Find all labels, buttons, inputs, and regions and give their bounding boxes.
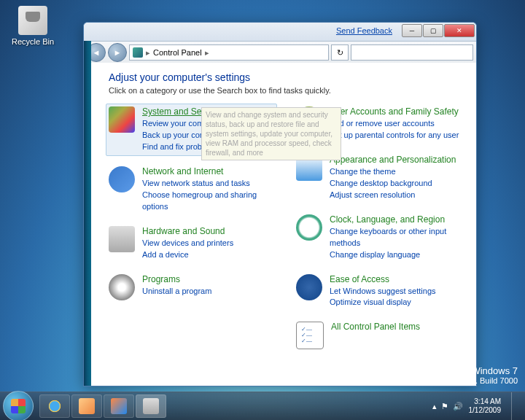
category-link[interactable]: Adjust screen resolution: [330, 190, 462, 201]
volume-icon[interactable]: 🔊: [453, 402, 463, 411]
close-button[interactable]: ✕: [444, 24, 475, 37]
category-link[interactable]: Add or remove user accounts: [330, 118, 462, 130]
category-title[interactable]: User Accounts and Family Safety: [330, 106, 462, 117]
chevron-right-icon: ▸: [146, 48, 150, 58]
window-left-edge: [84, 41, 91, 386]
category-appearance[interactable]: Appearance and Personalization Change th…: [296, 155, 462, 201]
category-link[interactable]: View network status and tasks: [142, 178, 274, 190]
category-link[interactable]: View devices and printers: [142, 238, 274, 249]
category-title[interactable]: Clock, Language, and Region: [330, 214, 462, 225]
taskbar-item-control-panel[interactable]: [136, 394, 166, 418]
category-title[interactable]: Programs: [142, 274, 274, 284]
content-area: Adjust your computer's settings Click on…: [91, 63, 476, 386]
category-programs[interactable]: Programs Uninstall a program: [109, 274, 274, 300]
start-button[interactable]: [3, 391, 34, 420]
tray-date: 1/12/2009: [469, 406, 502, 415]
search-box[interactable]: [351, 44, 473, 61]
category-link[interactable]: Uninstall a program: [142, 286, 274, 298]
category-title[interactable]: Appearance and Personalization: [330, 155, 462, 165]
category-link[interactable]: Change display language: [330, 249, 462, 261]
category-all-items[interactable]: ✓—✓—✓— All Control Panel Items: [296, 322, 462, 349]
category-link[interactable]: Change the theme: [330, 166, 462, 178]
watermark: Windows 7 For testing purposes only. Bui…: [386, 365, 518, 385]
category-link[interactable]: Choose homegroup and sharing options: [142, 190, 274, 213]
category-link[interactable]: Change keyboards or other input methods: [330, 226, 462, 249]
category-system-security[interactable]: System and Security Review your computer…: [106, 104, 277, 156]
titlebar[interactable]: Send Feedback ─ ▢ ✕: [84, 23, 476, 42]
globe-icon: [109, 166, 135, 192]
category-link[interactable]: Add a device: [142, 249, 274, 261]
tray-clock[interactable]: 3:14 AM 1/12/2009: [469, 397, 502, 415]
recycle-bin-label: Recycle Bin: [11, 37, 55, 46]
desktop-icon-recycle-bin[interactable]: Recycle Bin: [11, 6, 55, 46]
category-link[interactable]: Let Windows suggest settings: [330, 286, 462, 298]
toolbar: ◄ ► ▸ Control Panel ▸ ↻: [84, 42, 476, 64]
minimize-button[interactable]: ─: [402, 24, 422, 37]
maximize-button[interactable]: ▢: [423, 24, 443, 37]
tray-up-icon[interactable]: ▴: [432, 402, 437, 411]
media-player-icon: [111, 398, 127, 414]
page-title: Adjust your computer's settings: [109, 71, 462, 83]
recycle-bin-icon: [18, 6, 47, 35]
action-center-icon[interactable]: ⚑: [441, 402, 448, 411]
address-bar[interactable]: ▸ Control Panel ▸: [129, 44, 329, 61]
folder-icon: [79, 398, 95, 414]
taskbar-item-ie[interactable]: [39, 394, 70, 418]
disc-icon: [109, 274, 135, 300]
watermark-line2: For testing purposes only. Build 7000: [386, 376, 518, 385]
clock-icon: [296, 214, 322, 241]
send-feedback-link[interactable]: Send Feedback: [336, 26, 392, 35]
category-clock[interactable]: Clock, Language, and Region Change keybo…: [296, 214, 462, 261]
category-hardware[interactable]: Hardware and Sound View devices and prin…: [109, 226, 274, 261]
category-link[interactable]: Set up parental controls for any user: [330, 130, 462, 141]
chevron-right-icon: ▸: [205, 48, 209, 58]
watermark-line1: Windows 7: [386, 365, 518, 376]
category-title[interactable]: All Control Panel Items: [331, 322, 462, 332]
taskbar-item-explorer[interactable]: [71, 394, 102, 418]
tooltip: View and change system and security stat…: [201, 107, 341, 160]
show-desktop-button[interactable]: [511, 392, 519, 420]
category-ease[interactable]: Ease of Access Let Windows suggest setti…: [296, 274, 462, 309]
page-subtitle: Click on a category or use the Search bo…: [109, 86, 462, 95]
system-tray: ▴ ⚑ 🔊 3:14 AM 1/12/2009: [432, 392, 526, 420]
printer-icon: [109, 226, 135, 252]
taskbar-item-media[interactable]: [104, 394, 134, 418]
search-input[interactable]: [354, 45, 472, 55]
control-panel-window: Send Feedback ─ ▢ ✕ ◄ ► ▸ Control Panel …: [83, 22, 477, 386]
forward-button[interactable]: ►: [108, 43, 127, 62]
ie-icon: [47, 398, 63, 414]
category-link[interactable]: Optimize visual display: [330, 297, 462, 308]
breadcrumb[interactable]: Control Panel: [153, 48, 202, 57]
category-title[interactable]: Network and Internet: [142, 166, 274, 176]
refresh-button[interactable]: ↻: [331, 44, 349, 61]
checklist-icon: ✓—✓—✓—: [296, 322, 324, 349]
category-title[interactable]: Ease of Access: [330, 274, 462, 284]
tray-time: 3:14 AM: [469, 397, 502, 406]
category-link[interactable]: Change desktop background: [330, 178, 462, 190]
category-title[interactable]: Hardware and Sound: [142, 226, 274, 236]
control-panel-icon: [143, 398, 159, 414]
taskbar: ▴ ⚑ 🔊 3:14 AM 1/12/2009: [0, 392, 525, 420]
category-network[interactable]: Network and Internet View network status…: [109, 166, 274, 213]
shield-icon: [109, 106, 135, 133]
ease-of-access-icon: [296, 274, 322, 300]
control-panel-icon: [133, 47, 143, 58]
